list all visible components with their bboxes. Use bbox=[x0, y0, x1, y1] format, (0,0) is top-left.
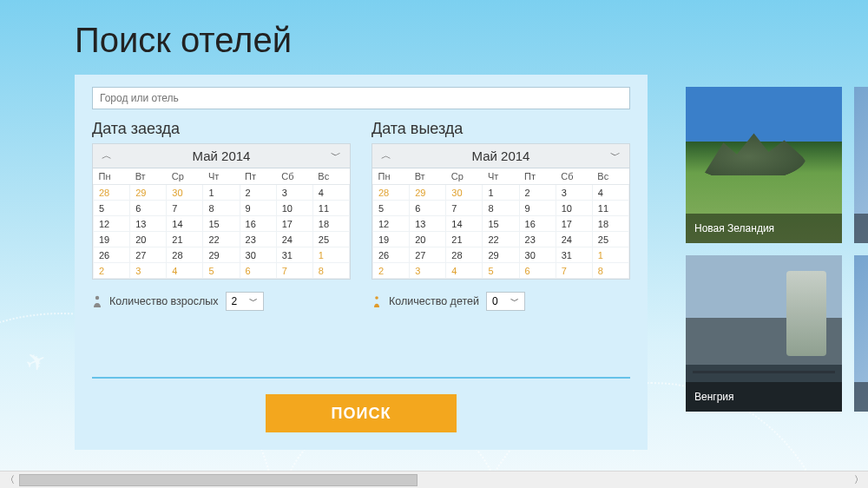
calendar-day[interactable]: 14 bbox=[167, 216, 203, 232]
adults-select[interactable]: 2 ﹀ bbox=[226, 292, 265, 311]
calendar-day[interactable]: 2 bbox=[240, 185, 276, 201]
checkout-calendar[interactable]: ︿ Май 2014 ﹀ ПнВтСрЧтПтСбВс2829301234567… bbox=[372, 143, 630, 280]
calendar-day[interactable]: 30 bbox=[446, 185, 483, 201]
calendar-day[interactable]: 18 bbox=[592, 216, 628, 232]
prev-month-button[interactable]: ︿ bbox=[102, 148, 112, 163]
calendar-day[interactable]: 9 bbox=[519, 201, 556, 216]
prev-month-button[interactable]: ︿ bbox=[381, 148, 391, 163]
calendar-day[interactable]: 7 bbox=[167, 201, 203, 216]
scrollbar-thumb[interactable] bbox=[19, 474, 418, 486]
checkin-calendar[interactable]: ︿ Май 2014 ﹀ ПнВтСрЧтПтСбВс2829301234567… bbox=[92, 143, 351, 280]
city-hotel-input[interactable] bbox=[92, 87, 630, 109]
calendar-day[interactable]: 24 bbox=[556, 232, 592, 247]
calendar-day[interactable]: 26 bbox=[373, 247, 410, 263]
scrollbar-track[interactable] bbox=[19, 472, 849, 489]
calendar-day[interactable]: 5 bbox=[203, 263, 240, 279]
children-select[interactable]: 0 ﹀ bbox=[486, 292, 525, 311]
calendar-day[interactable]: 3 bbox=[410, 263, 446, 279]
calendar-day[interactable]: 27 bbox=[410, 247, 446, 263]
calendar-day[interactable]: 4 bbox=[592, 185, 628, 201]
calendar-day[interactable]: 21 bbox=[167, 232, 203, 247]
calendar-day[interactable]: 26 bbox=[94, 247, 130, 263]
calendar-day[interactable]: 3 bbox=[276, 185, 312, 201]
calendar-day[interactable]: 8 bbox=[592, 263, 628, 279]
calendar-day[interactable]: 11 bbox=[592, 201, 628, 216]
calendar-day[interactable]: 9 bbox=[240, 201, 276, 216]
calendar-day[interactable]: 29 bbox=[410, 185, 446, 201]
calendar-day[interactable]: 30 bbox=[167, 185, 203, 201]
calendar-day[interactable]: 4 bbox=[446, 263, 483, 279]
calendar-day[interactable]: 30 bbox=[240, 247, 276, 263]
calendar-day[interactable]: 28 bbox=[167, 247, 203, 263]
calendar-day[interactable]: 19 bbox=[373, 232, 410, 247]
calendar-day[interactable]: 5 bbox=[94, 201, 130, 216]
calendar-day[interactable]: 2 bbox=[94, 263, 130, 279]
calendar-day[interactable]: 10 bbox=[556, 201, 592, 216]
calendar-day[interactable]: 24 bbox=[276, 232, 312, 247]
next-month-button[interactable]: ﹀ bbox=[610, 148, 621, 163]
calendar-day[interactable]: 28 bbox=[446, 247, 483, 263]
scroll-right-button[interactable]: 〉 bbox=[849, 472, 868, 489]
calendar-day[interactable]: 11 bbox=[312, 201, 349, 216]
calendar-day[interactable]: 23 bbox=[519, 232, 556, 247]
calendar-day[interactable]: 30 bbox=[519, 247, 556, 263]
calendar-day[interactable]: 29 bbox=[483, 247, 519, 263]
calendar-day[interactable]: 19 bbox=[94, 232, 130, 247]
next-month-button[interactable]: ﹀ bbox=[331, 148, 341, 163]
calendar-day[interactable]: 1 bbox=[483, 185, 519, 201]
calendar-day[interactable]: 8 bbox=[483, 201, 519, 216]
calendar-day[interactable]: 13 bbox=[130, 216, 167, 232]
calendar-day[interactable]: 14 bbox=[446, 216, 483, 232]
calendar-day[interactable]: 12 bbox=[373, 216, 410, 232]
calendar-day[interactable]: 29 bbox=[203, 247, 240, 263]
calendar-day[interactable]: 4 bbox=[312, 185, 349, 201]
calendar-day[interactable]: 29 bbox=[130, 185, 167, 201]
calendar-day[interactable]: 5 bbox=[373, 201, 410, 216]
calendar-day[interactable]: 10 bbox=[276, 201, 312, 216]
calendar-day[interactable]: 2 bbox=[519, 185, 556, 201]
calendar-day[interactable]: 16 bbox=[240, 216, 276, 232]
calendar-day[interactable]: 13 bbox=[410, 216, 446, 232]
calendar-day[interactable]: 23 bbox=[240, 232, 276, 247]
calendar-day[interactable]: 28 bbox=[373, 185, 410, 201]
calendar-day[interactable]: 25 bbox=[592, 232, 628, 247]
calendar-day[interactable]: 1 bbox=[312, 247, 349, 263]
calendar-day[interactable]: 22 bbox=[483, 232, 519, 247]
calendar-day[interactable]: 18 bbox=[312, 216, 349, 232]
calendar-day[interactable]: 21 bbox=[446, 232, 483, 247]
destination-tile[interactable]: Новая Зеландия bbox=[686, 87, 842, 243]
calendar-day[interactable]: 27 bbox=[130, 247, 167, 263]
calendar-day[interactable]: 8 bbox=[203, 201, 240, 216]
calendar-day[interactable]: 3 bbox=[556, 185, 592, 201]
destination-tile[interactable]: Венгрия bbox=[686, 255, 842, 412]
calendar-day[interactable]: 4 bbox=[167, 263, 203, 279]
calendar-day[interactable]: 6 bbox=[130, 201, 167, 216]
horizontal-scrollbar[interactable]: 〈 〉 bbox=[0, 471, 868, 488]
calendar-day[interactable]: 12 bbox=[94, 216, 130, 232]
calendar-day[interactable]: 3 bbox=[130, 263, 167, 279]
calendar-day[interactable]: 2 bbox=[373, 263, 410, 279]
calendar-day[interactable]: 31 bbox=[276, 247, 312, 263]
calendar-day[interactable]: 15 bbox=[483, 216, 519, 232]
calendar-day[interactable]: 28 bbox=[94, 185, 130, 201]
calendar-day[interactable]: 20 bbox=[410, 232, 446, 247]
calendar-day[interactable]: 20 bbox=[130, 232, 167, 247]
destination-tile[interactable] bbox=[854, 255, 868, 412]
calendar-day[interactable]: 22 bbox=[203, 232, 240, 247]
calendar-day[interactable]: 16 bbox=[519, 216, 556, 232]
calendar-day[interactable]: 25 bbox=[312, 232, 349, 247]
calendar-day[interactable]: 5 bbox=[483, 263, 519, 279]
calendar-day[interactable]: 1 bbox=[592, 247, 628, 263]
destination-tile[interactable] bbox=[854, 87, 868, 243]
calendar-day[interactable]: 6 bbox=[519, 263, 556, 279]
calendar-day[interactable]: 7 bbox=[276, 263, 312, 279]
calendar-day[interactable]: 6 bbox=[240, 263, 276, 279]
calendar-day[interactable]: 17 bbox=[276, 216, 312, 232]
calendar-day[interactable]: 1 bbox=[203, 185, 240, 201]
calendar-day[interactable]: 8 bbox=[312, 263, 349, 279]
calendar-day[interactable]: 15 bbox=[203, 216, 240, 232]
calendar-day[interactable]: 17 bbox=[556, 216, 592, 232]
calendar-day[interactable]: 7 bbox=[446, 201, 483, 216]
calendar-day[interactable]: 7 bbox=[556, 263, 592, 279]
scroll-left-button[interactable]: 〈 bbox=[0, 472, 19, 489]
